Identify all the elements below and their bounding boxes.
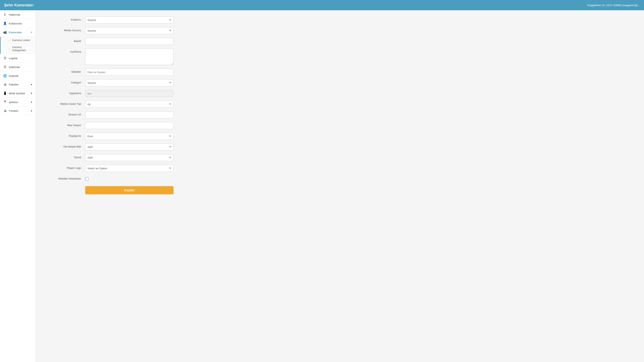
uygulama-label: Uygulama — [44, 90, 85, 95]
mobilde-gosterilsin-label: Mobilde Gösterilsin — [44, 175, 85, 180]
sidebar-item-label: Şablonlar — [9, 66, 20, 69]
max-izleyici-group: Max İzleyici — [44, 122, 636, 129]
oto-baslat-bitir-group: Oto Başlat Bitir Aktif Pasif — [44, 143, 636, 150]
sidebar-sub-item-label: Kamera Kategorileri — [12, 46, 33, 52]
chevron-down-icon: ▼ — [30, 83, 33, 86]
kaydet-button[interactable]: Kaydet — [85, 186, 174, 194]
sidebar-item-label: İstatistik — [9, 74, 18, 78]
oto-baslat-bitir-select[interactable]: Aktif Pasif — [85, 143, 174, 150]
player-logo-group: Player Logo Select an Option — [44, 165, 636, 172]
paylasiml-group: Paylaşımlı Evet Hayır — [44, 133, 636, 140]
kaydet-group: Kaydet — [44, 186, 636, 194]
user-greeting: Hoşgeldiniz Sn, NOC ADMIN (tasgetiren@..… — [587, 4, 640, 7]
packages-icon: 🖥 — [3, 83, 7, 86]
etiketler-label: Etiketler — [44, 69, 85, 73]
oynat-group: Oynat Aktif Pasif — [44, 154, 636, 161]
users-icon: 👤 — [3, 22, 7, 25]
chevron-down-icon: ▼ — [30, 31, 33, 34]
aciklama-label: Açıklama — [44, 49, 85, 53]
cities-icon: 📍 — [3, 100, 7, 104]
mobilde-gosterilsin-checkbox[interactable] — [85, 177, 88, 181]
etiketler-group: Etiketler — [44, 69, 636, 76]
camera-icon: 📹 — [3, 31, 7, 34]
aciklama-textarea[interactable] — [85, 49, 174, 65]
templates-icon: ☰ — [3, 65, 7, 69]
list-icon: ☰ — [3, 56, 7, 60]
sidebar-item-hakkinda[interactable]: ℹ Hakkında — [0, 10, 36, 19]
stream-url-input[interactable] — [85, 111, 174, 118]
sidebar-item-label: Logolar — [9, 57, 18, 60]
kategori-group: Kategori Seçiniz — [44, 79, 636, 86]
player-logo-label: Player Logo — [44, 165, 85, 170]
paylasiml-select[interactable]: Evet Hayır — [85, 133, 174, 140]
mobilde-gosterilsin-wrap — [85, 175, 88, 182]
main-layout: ℹ Hakkında 👤 Kullanıcılar 📹 Kameralar ▼ … — [0, 10, 644, 362]
sidebar-sub-item-label: Kamera Listesi — [12, 39, 30, 42]
sidebar-item-sablonlar[interactable]: ☰ Şablonlar — [0, 63, 36, 72]
sidebar-item-paketler[interactable]: 🖥 Paketler ▼ — [0, 80, 36, 89]
media-sunucu-label: Media Sunucu — [44, 27, 85, 32]
kullanici-select[interactable]: Seçiniz — [85, 17, 174, 24]
oynat-select[interactable]: Aktif Pasif — [85, 154, 174, 161]
player-logo-select[interactable]: Select an Option — [85, 165, 174, 172]
sidebar-sub-item-kamera-listesi[interactable]: Kamera Listesi — [0, 37, 36, 44]
sidebar-item-label: Kameralar — [9, 31, 22, 34]
chevron-down-icon: ▼ — [30, 92, 33, 95]
stats-icon: 🌐 — [3, 74, 7, 78]
kategori-select[interactable]: Seçiniz — [85, 79, 174, 86]
app-header: Şehir Kameraları Hoşgeldiniz Sn, NOC ADM… — [0, 0, 644, 10]
max-izleyici-input[interactable] — [85, 122, 174, 129]
main-content: Kullanıcı Seçiniz Media Sunucu Seçiniz B… — [36, 10, 644, 362]
media-sunucu-select[interactable]: Seçiniz — [85, 27, 174, 34]
baslik-label: Başlık — [44, 38, 85, 43]
app-title: Şehir Kameraları — [4, 3, 34, 8]
sidebar-item-logolar[interactable]: ☰ Logolar — [0, 54, 36, 63]
baslik-input[interactable] — [85, 38, 174, 45]
sidebar-item-label: Şehirler — [9, 101, 18, 104]
sidebar-item-kullanicilar[interactable]: 👤 Kullanıcılar — [0, 19, 36, 28]
sidebar-item-label: Paketler — [9, 83, 19, 86]
etiketler-input[interactable] — [85, 69, 174, 76]
uygulama-group: Uygulama — [44, 90, 636, 97]
sidebar-item-label: Yönetici — [9, 109, 18, 112]
sidebar-item-sehirler[interactable]: 📍 Şehirler ▼ — [0, 98, 36, 107]
media-caster-tipi-group: Media Caster Tipi rtp — [44, 101, 636, 108]
info-icon: ℹ — [3, 13, 7, 17]
uygulama-input — [85, 90, 174, 97]
oto-baslat-bitir-label: Oto Başlat Bitir — [44, 143, 85, 148]
sidebar-item-label: Kullanıcılar — [9, 22, 22, 25]
max-izleyici-label: Max İzleyici — [44, 122, 85, 127]
stream-url-group: Stream Url — [44, 111, 636, 118]
mobilde-gosterilsin-group: Mobilde Gösterilsin — [44, 175, 636, 182]
sidebar: ℹ Hakkında 👤 Kullanıcılar 📹 Kameralar ▼ … — [0, 10, 36, 362]
media-sunucu-group: Media Sunucu Seçiniz — [44, 27, 636, 34]
aciklama-group: Açıklama — [44, 49, 636, 65]
kullanici-group: Kullanıcı Seçiniz — [44, 17, 636, 24]
sidebar-item-mobil-icerikler[interactable]: 📱 Mobil İçerikler ▼ — [0, 89, 36, 98]
paylasiml-label: Paylaşımlı — [44, 133, 85, 137]
sidebar-item-istatistik[interactable]: 🌐 İstatistik — [0, 72, 36, 80]
sidebar-item-label: Mobil İçerikler — [9, 92, 25, 95]
stream-url-label: Stream Url — [44, 111, 85, 116]
baslik-group: Başlık — [44, 38, 636, 45]
chevron-down-icon: ▼ — [30, 101, 33, 103]
media-caster-tipi-label: Media Caster Tipi — [44, 101, 85, 105]
sidebar-item-label: Hakkında — [9, 13, 20, 16]
sidebar-sub-item-kamera-kategorileri[interactable]: Kamera Kategorileri — [0, 44, 36, 54]
mobile-icon: 📱 — [3, 91, 7, 95]
kategori-label: Kategori — [44, 79, 85, 84]
chevron-down-icon: ▼ — [30, 110, 33, 112]
kullanici-label: Kullanıcı — [44, 17, 85, 21]
kaydet-spacer — [44, 186, 85, 188]
media-caster-tipi-select[interactable]: rtp — [85, 101, 174, 108]
oynat-label: Oynat — [44, 154, 85, 159]
sidebar-item-kameralar[interactable]: 📹 Kameralar ▼ — [0, 28, 36, 37]
sidebar-item-yonetici[interactable]: 🖥 Yönetici ▼ — [0, 107, 36, 115]
admin-icon: 🖥 — [3, 109, 7, 113]
